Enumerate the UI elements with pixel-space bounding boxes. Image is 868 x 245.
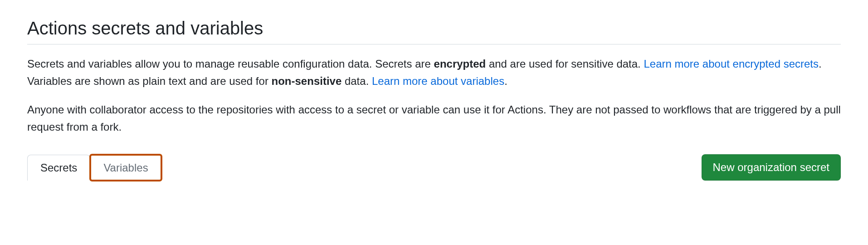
desc-text: Secrets and variables allow you to manag… xyxy=(27,58,434,70)
desc-text: and are used for sensitive data. xyxy=(486,58,644,70)
link-learn-variables[interactable]: Learn more about variables xyxy=(372,75,504,87)
desc-bold-encrypted: encrypted xyxy=(434,58,486,70)
tab-variables[interactable]: Variables xyxy=(90,155,161,181)
description-paragraph-2: Anyone with collaborator access to the r… xyxy=(27,101,841,136)
page-title: Actions secrets and variables xyxy=(27,18,841,44)
new-organization-secret-button[interactable]: New organization secret xyxy=(702,154,841,181)
desc-bold-nonsensitive: non-sensitive xyxy=(272,75,342,87)
tab-secrets[interactable]: Secrets xyxy=(27,155,90,181)
link-learn-secrets[interactable]: Learn more about encrypted secrets xyxy=(644,58,819,70)
tabs-list: Secrets Variables xyxy=(27,155,161,181)
desc-text: data. xyxy=(341,75,372,87)
description-paragraph-1: Secrets and variables allow you to manag… xyxy=(27,55,841,90)
desc-text: . xyxy=(504,75,507,87)
tabs-row: Secrets Variables New organization secre… xyxy=(27,154,841,181)
